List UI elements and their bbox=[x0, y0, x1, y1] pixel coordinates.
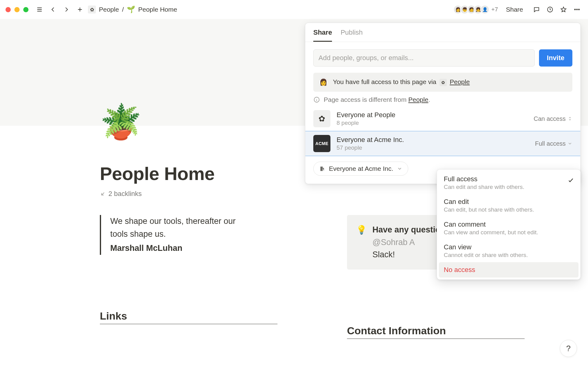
favorite-button[interactable] bbox=[558, 4, 569, 15]
quote-line: tools shape us. bbox=[110, 228, 322, 241]
permission-name: Everyone at Acme Inc. bbox=[337, 136, 404, 144]
permission-level-select[interactable]: Full access bbox=[535, 140, 572, 147]
permission-list: ✿ Everyone at People 8 people Can access… bbox=[305, 106, 580, 156]
more-button[interactable] bbox=[571, 4, 582, 15]
svg-point-3 bbox=[579, 9, 579, 10]
avatar: 👩 bbox=[319, 78, 328, 87]
forward-button[interactable] bbox=[61, 4, 72, 15]
help-button[interactable]: ? bbox=[560, 340, 577, 357]
contact-heading: Contact Information bbox=[347, 325, 525, 339]
new-tab-button[interactable] bbox=[74, 4, 85, 15]
chevron-down-icon bbox=[397, 166, 402, 171]
banner-text: You have full access to this page via ✿ … bbox=[333, 78, 470, 86]
permission-count: 8 people bbox=[337, 120, 395, 126]
permission-level-select[interactable]: Can access bbox=[534, 115, 573, 122]
access-option-edit[interactable]: Can edit Can edit, but not share with ot… bbox=[439, 194, 579, 217]
minimize-window-icon[interactable] bbox=[14, 7, 20, 12]
info-parent-link[interactable]: People bbox=[408, 96, 428, 103]
quote-line: We shape our tools, thereafter our bbox=[110, 215, 322, 228]
breadcrumb-separator: / bbox=[122, 6, 124, 13]
tab-publish[interactable]: Publish bbox=[341, 29, 363, 42]
access-option-full[interactable]: Full access Can edit and share with othe… bbox=[439, 171, 579, 194]
share-button[interactable]: Share bbox=[503, 5, 526, 14]
workspace-icon: ACME bbox=[313, 135, 330, 152]
invite-button[interactable]: Invite bbox=[539, 49, 572, 67]
permission-row: ✿ Everyone at People 8 people Can access bbox=[305, 106, 580, 131]
audience-chip[interactable]: Everyone at Acme Inc. bbox=[313, 162, 408, 176]
group-icon: ✿ bbox=[313, 110, 330, 127]
share-tabs: Share Publish bbox=[305, 23, 580, 42]
links-heading: Links bbox=[100, 310, 277, 324]
access-option-comment[interactable]: Can comment Can view and comment, but no… bbox=[439, 217, 579, 240]
flower-icon: ✿ bbox=[439, 79, 447, 86]
back-button[interactable] bbox=[47, 4, 58, 15]
sort-icon bbox=[567, 116, 572, 121]
info-icon bbox=[313, 96, 320, 103]
building-icon bbox=[319, 166, 325, 172]
maximize-window-icon[interactable] bbox=[23, 7, 28, 12]
chevron-down-icon bbox=[567, 141, 572, 146]
permission-name: Everyone at People bbox=[337, 111, 395, 119]
access-banner: 👩 You have full access to this page via … bbox=[313, 73, 572, 92]
breadcrumb[interactable]: ✿ People / 🌱 People Home bbox=[88, 6, 177, 13]
access-info: Page access is different from People. bbox=[305, 95, 580, 106]
avatar: 👤 bbox=[480, 5, 489, 14]
access-option-view[interactable]: Can view Cannot edit or share with other… bbox=[439, 240, 579, 262]
quote-block[interactable]: We shape our tools, thereafter our tools… bbox=[100, 215, 322, 255]
tab-share[interactable]: Share bbox=[313, 29, 332, 42]
breadcrumb-page[interactable]: People Home bbox=[138, 6, 177, 13]
updates-button[interactable] bbox=[545, 4, 556, 15]
quote-author: Marshall McLuhan bbox=[110, 242, 322, 255]
svg-point-2 bbox=[577, 9, 578, 10]
breadcrumb-page-icon: 🌱 bbox=[127, 6, 135, 13]
lightbulb-icon: 💡 bbox=[356, 224, 367, 261]
permission-row: ACME Everyone at Acme Inc. 57 people Ful… bbox=[305, 131, 580, 156]
comments-button[interactable] bbox=[531, 4, 542, 15]
backlinks-label: 2 backlinks bbox=[108, 190, 142, 198]
share-popover: Share Publish Invite 👩 You have full acc… bbox=[305, 23, 581, 184]
backlinks-icon bbox=[100, 191, 106, 197]
banner-parent-link[interactable]: People bbox=[450, 78, 469, 85]
access-dropdown: Full access Can edit and share with othe… bbox=[437, 169, 581, 280]
topbar: ✿ People / 🌱 People Home 👩 👦 🧑 👧 👤 +7 Sh… bbox=[0, 0, 588, 19]
access-option-none[interactable]: No access bbox=[439, 262, 579, 278]
invite-input[interactable] bbox=[313, 49, 535, 67]
breadcrumb-parent[interactable]: People bbox=[99, 6, 119, 13]
sidebar-toggle-button[interactable] bbox=[34, 4, 45, 15]
svg-point-1 bbox=[575, 9, 575, 10]
presence-avatars[interactable]: 👩 👦 🧑 👧 👤 +7 bbox=[456, 5, 498, 14]
close-window-icon[interactable] bbox=[6, 7, 11, 12]
user-mention[interactable]: @Sohrab A bbox=[372, 238, 415, 247]
avatar-overflow[interactable]: +7 bbox=[491, 6, 498, 13]
window-controls bbox=[6, 7, 28, 12]
check-icon bbox=[567, 177, 574, 185]
breadcrumb-parent-icon: ✿ bbox=[88, 6, 96, 13]
permission-count: 57 people bbox=[337, 144, 404, 151]
